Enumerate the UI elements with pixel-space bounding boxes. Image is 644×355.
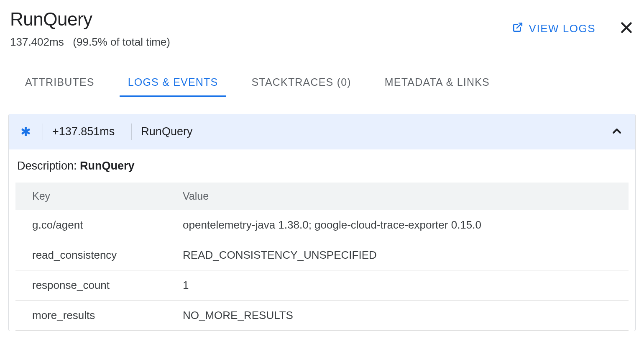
- event-card: ✱ +137.851ms RunQuery Description: RunQu…: [8, 114, 636, 331]
- attr-value: opentelemetry-java 1.38.0; google-cloud-…: [166, 210, 629, 240]
- attr-value: NO_MORE_RESULTS: [166, 300, 629, 330]
- view-logs-button[interactable]: VIEW LOGS: [512, 22, 595, 36]
- table-row: response_count 1: [15, 270, 629, 300]
- event-offset: +137.851ms: [52, 125, 115, 138]
- event-body: Description: RunQuery Key Value g.co/age…: [9, 149, 635, 331]
- column-header-key: Key: [15, 183, 166, 210]
- divider: [43, 123, 43, 140]
- table-row: g.co/agent opentelemetry-java 1.38.0; go…: [15, 210, 629, 240]
- tab-metadata-links[interactable]: METADATA & LINKS: [368, 69, 506, 97]
- span-subtitle: 137.402ms (99.5% of total time): [10, 36, 170, 49]
- span-percent: (99.5% of total time): [73, 36, 170, 48]
- description-value: RunQuery: [80, 159, 135, 172]
- chevron-up-icon: [610, 124, 624, 139]
- attr-value: 1: [166, 270, 629, 300]
- table-row: read_consistency READ_CONSISTENCY_UNSPEC…: [15, 240, 629, 270]
- divider: [131, 123, 132, 140]
- asterisk-icon: ✱: [20, 126, 31, 138]
- attr-key: read_consistency: [15, 240, 166, 270]
- close-button[interactable]: [619, 20, 634, 37]
- event-description: Description: RunQuery: [15, 159, 629, 172]
- description-label: Description:: [17, 159, 80, 172]
- view-logs-label: VIEW LOGS: [529, 22, 595, 35]
- attributes-table: Key Value g.co/agent opentelemetry-java …: [15, 183, 629, 331]
- event-header[interactable]: ✱ +137.851ms RunQuery: [9, 114, 635, 149]
- attr-key: g.co/agent: [15, 210, 166, 240]
- attr-key: response_count: [15, 270, 166, 300]
- column-header-value: Value: [166, 183, 629, 210]
- tab-attributes[interactable]: ATTRIBUTES: [8, 69, 111, 97]
- attr-key: more_results: [15, 300, 166, 330]
- attr-value: READ_CONSISTENCY_UNSPECIFIED: [166, 240, 629, 270]
- table-row: more_results NO_MORE_RESULTS: [15, 300, 629, 330]
- svg-line-0: [516, 23, 521, 28]
- external-link-icon: [512, 22, 523, 36]
- span-title: RunQuery: [10, 8, 170, 31]
- tab-logs-events[interactable]: LOGS & EVENTS: [111, 69, 235, 97]
- event-name: RunQuery: [141, 125, 610, 138]
- close-icon: [619, 20, 634, 37]
- tab-stacktraces[interactable]: STACKTRACES (0): [235, 69, 368, 97]
- tabs-container: ATTRIBUTES LOGS & EVENTS STACKTRACES (0)…: [0, 69, 644, 97]
- span-duration: 137.402ms: [10, 36, 64, 48]
